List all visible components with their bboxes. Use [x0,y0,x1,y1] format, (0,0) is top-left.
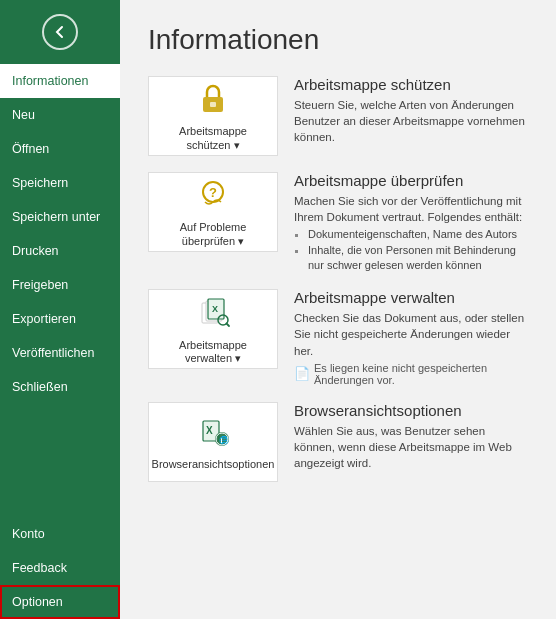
manage-icon: X [195,294,231,335]
svg-text:i: i [221,437,223,444]
note-icon: 📄 [294,366,310,381]
card-content-browser: Browseransichtsoptionen Wählen Sie aus, … [294,402,528,471]
card-icon-ueberpruefen[interactable]: ? Auf Problemeüberprüfen ▾ [148,172,278,252]
card-desc-verwalten: Checken Sie das Dokument aus, oder stell… [294,310,528,358]
sidebar-nav: Informationen Neu Öffnen Speichern Speic… [0,64,120,619]
svg-text:?: ? [209,185,217,200]
sidebar-item-speichern[interactable]: Speichern [0,166,120,200]
card-note-verwalten: 📄 Es liegen keine nicht gespeicherten Än… [294,362,528,386]
card-arbeitsmappe-schuetzen: Arbeitsmappeschützen ▾ Arbeitsmappe schü… [148,76,528,164]
card-browseransichtsoptionen: X 🌐 i Browseransichtsoptionen Browserans… [148,402,528,490]
card-arbeitsmappe-verwalten: X Arbeitsmappeverwalten ▾ Arbeitsmappe v… [148,289,528,393]
svg-line-10 [227,323,230,326]
sidebar-item-exportieren[interactable]: Exportieren [0,302,120,336]
check-icon: ? [195,176,231,217]
card-icon-label-ueberpruefen: Auf Problemeüberprüfen ▾ [180,221,247,247]
card-title-verwalten: Arbeitsmappe verwalten [294,289,528,306]
note-text: Es liegen keine nicht gespeicherten Ände… [314,362,528,386]
sidebar-item-informationen[interactable]: Informationen [0,64,120,98]
card-title-browser: Browseransichtsoptionen [294,402,528,419]
sidebar-item-konto[interactable]: Konto [0,517,120,551]
svg-text:X: X [212,304,218,314]
browser-icon: X 🌐 i [195,413,231,454]
card-content-ueberpruefen: Arbeitsmappe überprüfen Machen Sie sich … [294,172,528,273]
card-title-ueberpruefen: Arbeitsmappe überprüfen [294,172,528,189]
card-icon-schuetzen[interactable]: Arbeitsmappeschützen ▾ [148,76,278,156]
card-content-verwalten: Arbeitsmappe verwalten Checken Sie das D… [294,289,528,385]
card-title-schuetzen: Arbeitsmappe schützen [294,76,528,93]
card-icon-browser[interactable]: X 🌐 i Browseransichtsoptionen [148,402,278,482]
svg-text:X: X [206,425,213,436]
back-button[interactable] [0,0,120,64]
page-title: Informationen [148,24,528,56]
back-circle-icon [42,14,78,50]
lock-icon [195,80,231,121]
sidebar-item-freigeben[interactable]: Freigeben [0,268,120,302]
sidebar-bottom: Konto Feedback Optionen [0,517,120,619]
card-icon-verwalten[interactable]: X Arbeitsmappeverwalten ▾ [148,289,278,369]
sidebar-item-schliessen[interactable]: Schließen [0,370,120,404]
card-desc-browser: Wählen Sie aus, was Benutzer sehen könne… [294,423,528,471]
sidebar-item-optionen[interactable]: Optionen [0,585,120,619]
sidebar-item-neu[interactable]: Neu [0,98,120,132]
sidebar-item-speichern-unter[interactable]: Speichern unter [0,200,120,234]
sidebar-item-drucken[interactable]: Drucken [0,234,120,268]
card-desc-schuetzen: Steuern Sie, welche Arten von Änderungen… [294,97,528,145]
sidebar-spacer [0,404,120,517]
card-content-schuetzen: Arbeitsmappe schützen Steuern Sie, welch… [294,76,528,145]
card-icon-label-schuetzen: Arbeitsmappeschützen ▾ [179,125,247,151]
card-desc-ueberpruefen: Machen Sie sich vor der Veröffentlichung… [294,193,528,273]
card-icon-label-verwalten: Arbeitsmappeverwalten ▾ [179,339,247,365]
sidebar-item-feedback[interactable]: Feedback [0,551,120,585]
sidebar-item-veroeffentlichen[interactable]: Veröffentlichen [0,336,120,370]
card-icon-label-browser: Browseransichtsoptionen [152,458,275,471]
card-arbeitsmappe-ueberpruefen: ? Auf Problemeüberprüfen ▾ Arbeitsmappe … [148,172,528,281]
sidebar-item-oeffnen[interactable]: Öffnen [0,132,120,166]
sidebar: Informationen Neu Öffnen Speichern Speic… [0,0,120,619]
svg-rect-1 [210,102,216,107]
main-content: Informationen Arbeitsmappeschützen ▾ Arb… [120,0,556,619]
